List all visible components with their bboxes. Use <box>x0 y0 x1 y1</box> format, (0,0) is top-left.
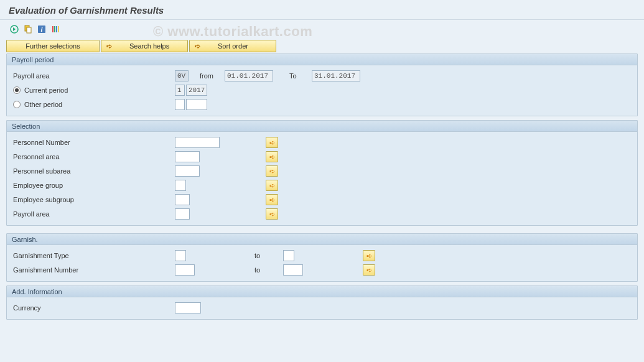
employee-group-input[interactable] <box>175 180 186 191</box>
personnel-number-input[interactable] <box>175 137 220 148</box>
garnishment-type-label: Garnishment Type <box>13 252 175 259</box>
sort-order-label: Sort order <box>218 42 248 50</box>
to-label: To <box>289 72 312 80</box>
personnel-area-input[interactable] <box>175 151 200 162</box>
garnishment-type-row: Garnishment Type to ➪ <box>13 249 631 262</box>
current-period-year-input <box>186 85 207 96</box>
garnishment-type-to-label: to <box>254 252 283 259</box>
currency-row: Currency <box>13 301 631 315</box>
payroll-area-input[interactable] <box>175 70 189 81</box>
garnish-group: Garnish. Garnishment Type to ➪ Garnishme… <box>6 233 638 282</box>
add-info-title: Add. Information <box>7 286 637 297</box>
from-label: from <box>200 72 225 80</box>
selection-button-row: Further selections ➪ Search helps ➪ Sort… <box>6 40 638 52</box>
title-bar: Evaluation of Garnishment Results <box>0 0 644 20</box>
from-date-input <box>225 70 273 81</box>
selection-group: Selection Personnel Number ➪ Personnel a… <box>6 120 638 226</box>
to-date-input <box>312 70 360 81</box>
color-legend-icon[interactable] <box>50 24 61 35</box>
current-period-num-input <box>175 85 185 96</box>
personnel-number-row: Personnel Number ➪ <box>13 136 631 149</box>
garnishment-number-multi-button[interactable]: ➪ <box>363 264 375 276</box>
garnishment-number-to-input[interactable] <box>283 264 303 276</box>
information-icon[interactable]: i <box>36 24 47 35</box>
garnishment-type-to-input[interactable] <box>283 250 294 261</box>
other-period-row: Other period <box>13 98 631 111</box>
payroll-period-group: Payroll period Payroll area from To Curr… <box>6 53 638 116</box>
other-period-label: Other period <box>24 101 62 108</box>
selection-title: Selection <box>7 121 637 132</box>
employee-group-row: Employee group ➪ <box>13 179 631 192</box>
personnel-area-multi-button[interactable]: ➪ <box>266 151 278 162</box>
svg-rect-8 <box>58 26 59 32</box>
garnishment-type-from-input[interactable] <box>175 250 186 261</box>
execute-icon[interactable] <box>9 24 20 35</box>
sel-payroll-area-row: Payroll area ➪ <box>13 207 631 221</box>
personnel-number-multi-button[interactable]: ➪ <box>266 137 278 148</box>
search-helps-button[interactable]: ➪ Search helps <box>101 40 188 52</box>
garnishment-number-from-input[interactable] <box>175 264 195 276</box>
variant-icon[interactable] <box>22 24 34 35</box>
personnel-subarea-multi-button[interactable]: ➪ <box>266 165 278 177</box>
current-period-row: Current period <box>13 83 631 97</box>
svg-rect-5 <box>52 26 54 32</box>
further-selections-label: Further selections <box>26 42 80 50</box>
sort-order-button[interactable]: ➪ Sort order <box>189 40 276 52</box>
svg-rect-2 <box>27 27 31 33</box>
garnish-title: Garnish. <box>7 234 637 245</box>
page-title: Evaluation of Garnishment Results <box>9 5 635 16</box>
svg-rect-7 <box>56 26 57 32</box>
personnel-subarea-label: Personnel subarea <box>13 167 175 175</box>
add-info-group: Add. Information Currency <box>6 285 638 320</box>
payroll-period-title: Payroll period <box>7 54 637 65</box>
garnishment-number-to-label: to <box>254 266 283 274</box>
garnishment-number-label: Garnishment Number <box>13 266 175 274</box>
employee-subgroup-row: Employee subgroup ➪ <box>13 193 631 207</box>
search-helps-label: Search helps <box>129 42 169 50</box>
current-period-label: Current period <box>24 86 68 94</box>
sel-payroll-area-label: Payroll area <box>13 210 175 218</box>
personnel-number-label: Personnel Number <box>13 139 175 146</box>
other-period-option[interactable]: Other period <box>13 101 175 108</box>
employee-group-label: Employee group <box>13 182 175 189</box>
employee-subgroup-label: Employee subgroup <box>13 196 175 203</box>
payroll-area-row: Payroll area from To <box>13 69 631 83</box>
employee-subgroup-multi-button[interactable]: ➪ <box>266 194 278 205</box>
personnel-area-row: Personnel area ➪ <box>13 150 631 164</box>
other-period-year-input[interactable] <box>186 99 207 110</box>
current-period-option[interactable]: Current period <box>13 86 175 94</box>
personnel-subarea-row: Personnel subarea ➪ <box>13 164 631 178</box>
toolbar: i <box>0 20 644 40</box>
current-period-radio[interactable] <box>13 86 21 94</box>
other-period-radio[interactable] <box>13 101 21 108</box>
sel-payroll-area-multi-button[interactable]: ➪ <box>266 208 278 220</box>
garnishment-type-multi-button[interactable]: ➪ <box>363 250 375 261</box>
currency-label: Currency <box>13 304 175 312</box>
currency-input[interactable] <box>175 302 201 313</box>
sel-payroll-area-input[interactable] <box>175 208 190 220</box>
personnel-subarea-input[interactable] <box>175 165 200 177</box>
garnishment-number-row: Garnishment Number to ➪ <box>13 263 631 277</box>
further-selections-button[interactable]: Further selections <box>6 40 100 52</box>
employee-subgroup-input[interactable] <box>175 194 190 205</box>
other-period-num-input[interactable] <box>175 99 185 110</box>
payroll-area-label: Payroll area <box>13 72 175 80</box>
employee-group-multi-button[interactable]: ➪ <box>266 180 278 191</box>
svg-rect-6 <box>54 26 55 32</box>
personnel-area-label: Personnel area <box>13 153 175 160</box>
